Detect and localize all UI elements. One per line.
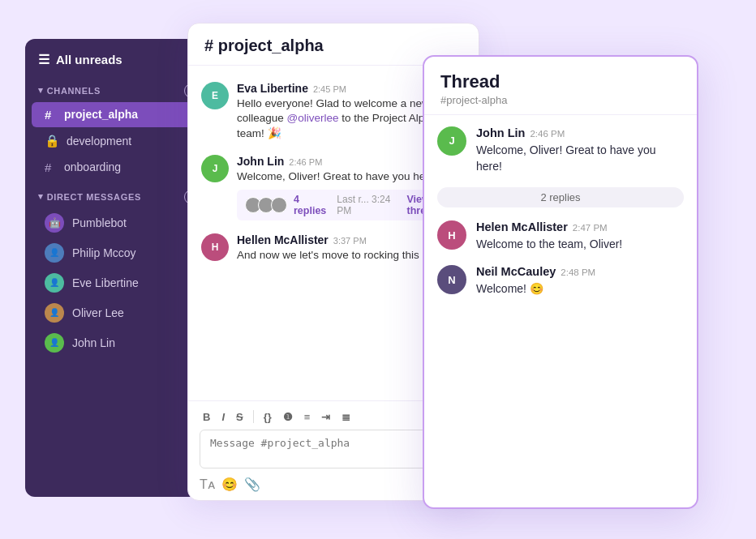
channel-name-development: development [67, 135, 131, 148]
thread-messages: J John Lin 2:46 PM Welcome, Oliver! Grea… [424, 115, 697, 507]
avatar-john: 👤 [45, 333, 64, 353]
thread-message-time: 2:46 PM [530, 129, 565, 139]
dm-item-eve[interactable]: 👤 Eve Libertine [32, 268, 205, 297]
dm-name-john: John Lin [72, 336, 115, 349]
ordered-list-button[interactable]: ❶ [280, 409, 296, 425]
avatar: J [201, 155, 229, 182]
channel-name-project-alpha: project_alpha [64, 108, 138, 121]
dm-item-oliver[interactable]: 👤 Oliver Lee [32, 298, 205, 327]
sidebar: ☰ All unreads ▾ CHANNELS + # project_alp… [25, 39, 212, 497]
channel-item-development[interactable]: 🔒 development [32, 128, 205, 154]
avatar: H [437, 220, 466, 250]
attachment-icon[interactable]: 📎 [244, 477, 260, 492]
thread-reply-count: 4 replies [294, 194, 330, 216]
thread-original-message: J John Lin 2:46 PM Welcome, Oliver! Grea… [437, 126, 684, 175]
sidebar-header[interactable]: ☰ All unreads [25, 52, 212, 80]
channels-toggle[interactable]: ▾ CHANNELS [38, 85, 101, 96]
message-time: 2:45 PM [313, 84, 346, 94]
thread-title: Thread [440, 71, 681, 92]
dm-toggle[interactable]: ▾ DIRECT MESSAGES [38, 191, 141, 202]
thread-header: Thread #project-alpha [424, 57, 697, 115]
hamburger-icon: ☰ [38, 52, 49, 67]
channel-title: # project_alpha [204, 36, 462, 55]
hash-icon: # [45, 108, 58, 122]
avatar: J [437, 126, 466, 156]
bold-button[interactable]: B [200, 409, 213, 425]
thread-panel: Thread #project-alpha J John Lin 2:46 PM… [423, 55, 698, 509]
toolbar-separator [253, 410, 254, 423]
channels-section-header: ▾ CHANNELS + [25, 80, 212, 101]
channels-section: ▾ CHANNELS + # project_alpha 🔒 developme… [25, 80, 212, 180]
dm-name-philip: Philip Mccoy [72, 246, 136, 259]
strikethrough-button[interactable]: S [233, 409, 247, 425]
dm-section: ▾ DIRECT MESSAGES + 🤖 Pumblebot 👤 Philip… [25, 186, 212, 357]
thread-reply: H Helen McAllister 2:47 PM Welcome to th… [437, 220, 684, 252]
thread-message-author: John Lin [476, 126, 525, 139]
dm-name-oliver: Oliver Lee [72, 306, 124, 319]
avatar-oliver: 👤 [45, 303, 64, 323]
thread-channel: #project-alpha [440, 94, 681, 106]
channel-item-project-alpha[interactable]: # project_alpha [32, 102, 205, 127]
avatar: E [201, 82, 229, 109]
thread-reply: N Neil McCauley 2:48 PM Welcome! 😊 [437, 265, 684, 297]
indent-button[interactable]: ⇥ [318, 409, 333, 425]
message-author: John Lin [237, 155, 284, 168]
thread-reply-text: Welcome to the team, Oliver! [476, 236, 684, 252]
thread-reply-content: Neil McCauley 2:48 PM Welcome! 😊 [476, 265, 684, 297]
channel-item-onboarding[interactable]: # onboarding [32, 155, 205, 180]
chevron-down-icon: ▾ [38, 85, 44, 96]
channel-name-onboarding: onboarding [64, 160, 121, 173]
avatar-philip: 👤 [45, 243, 64, 263]
outdent-button[interactable]: ≣ [338, 409, 354, 425]
dm-item-pumblebot[interactable]: 🤖 Pumblebot [32, 208, 205, 237]
emoji-icon[interactable]: 😊 [221, 477, 238, 492]
text-size-icon[interactable]: Tᴀ [200, 477, 215, 492]
dm-item-john[interactable]: 👤 John Lin [32, 328, 205, 357]
thread-message-header: John Lin 2:46 PM [476, 126, 684, 139]
avatar-eve: 👤 [45, 273, 64, 293]
italic-button[interactable]: I [218, 409, 228, 425]
thread-avatars [245, 197, 287, 213]
sidebar-title: All unreads [56, 53, 122, 66]
thread-avatar [271, 197, 287, 213]
chat-channel-name: # project_alpha [204, 36, 324, 55]
message-author: Hellen McAllister [237, 233, 329, 246]
thread-reply-content: Helen McAllister 2:47 PM Welcome to the … [476, 220, 684, 252]
dm-name-pumblebot: Pumblebot [72, 216, 127, 229]
dm-item-philip[interactable]: 👤 Philip Mccoy [32, 238, 205, 267]
mention: @oliverlee [287, 112, 339, 124]
dm-section-header: ▾ DIRECT MESSAGES + [25, 186, 212, 207]
message-author: Eva Libertine [237, 82, 308, 95]
thread-reply-time: 2:47 PM [573, 223, 608, 233]
thread-reply-header: Neil McCauley 2:48 PM [476, 265, 684, 278]
thread-last-time: Last r... 3:24 PM [337, 194, 400, 216]
lock-icon: 🔒 [45, 134, 60, 148]
thread-reply-text: Welcome! 😊 [476, 280, 684, 297]
thread-message-text: Welcome, Oliver! Great to have you here! [476, 142, 684, 175]
avatar: H [201, 233, 229, 261]
avatar-pumblebot: 🤖 [45, 213, 64, 233]
hash-icon-2: # [45, 160, 58, 174]
thread-reply-time: 2:48 PM [561, 267, 595, 277]
code-button[interactable]: {} [260, 409, 275, 425]
message-time: 2:46 PM [289, 157, 322, 167]
dm-name-eve: Eve Libertine [72, 276, 139, 289]
chevron-down-icon-dm: ▾ [38, 191, 44, 202]
message-time: 3:37 PM [333, 236, 367, 246]
channels-label: CHANNELS [47, 86, 101, 96]
thread-reply-author: Helen McAllister [476, 220, 568, 233]
thread-reply-header: Helen McAllister 2:47 PM [476, 220, 684, 233]
avatar: N [437, 265, 466, 294]
dm-label: DIRECT MESSAGES [47, 192, 141, 202]
thread-message-content: John Lin 2:46 PM Welcome, Oliver! Great … [476, 126, 684, 175]
replies-divider: 2 replies [437, 187, 684, 207]
thread-reply-author: Neil McCauley [476, 265, 556, 278]
unordered-list-button[interactable]: ≡ [301, 409, 314, 425]
